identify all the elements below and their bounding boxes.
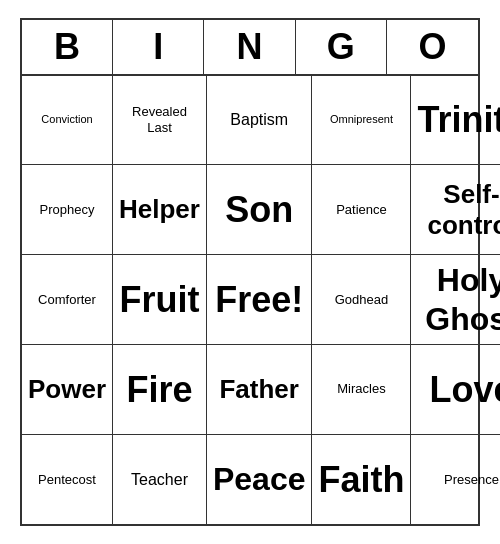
bingo-cell-15: Power: [22, 345, 113, 435]
bingo-cell-22: Peace: [207, 435, 313, 525]
bingo-cell-4: Trinity: [411, 76, 500, 166]
header-letter-o: O: [387, 20, 478, 74]
bingo-grid: ConvictionRevealed LastBaptismOmnipresen…: [22, 76, 478, 525]
bingo-cell-2: Baptism: [207, 76, 313, 166]
bingo-cell-7: Son: [207, 165, 313, 255]
bingo-cell-10: Comforter: [22, 255, 113, 345]
bingo-cell-5: Prophecy: [22, 165, 113, 255]
header-letter-b: B: [22, 20, 113, 74]
bingo-cell-0: Conviction: [22, 76, 113, 166]
bingo-cell-6: Helper: [113, 165, 207, 255]
bingo-cell-1: Revealed Last: [113, 76, 207, 166]
bingo-card: BINGO ConvictionRevealed LastBaptismOmni…: [20, 18, 480, 527]
bingo-cell-19: Love: [411, 345, 500, 435]
bingo-cell-17: Father: [207, 345, 313, 435]
bingo-cell-14: Holy Ghost: [411, 255, 500, 345]
header-letter-i: I: [113, 20, 204, 74]
bingo-cell-23: Faith: [312, 435, 411, 525]
bingo-cell-8: Patience: [312, 165, 411, 255]
bingo-cell-16: Fire: [113, 345, 207, 435]
header-letter-n: N: [204, 20, 295, 74]
bingo-cell-3: Omnipresent: [312, 76, 411, 166]
bingo-cell-18: Miracles: [312, 345, 411, 435]
header-letter-g: G: [296, 20, 387, 74]
bingo-cell-11: Fruit: [113, 255, 207, 345]
bingo-cell-24: Presence: [411, 435, 500, 525]
bingo-cell-12: Free!: [207, 255, 313, 345]
bingo-cell-20: Pentecost: [22, 435, 113, 525]
bingo-cell-13: Godhead: [312, 255, 411, 345]
bingo-header: BINGO: [22, 20, 478, 76]
bingo-cell-9: Self-control: [411, 165, 500, 255]
bingo-cell-21: Teacher: [113, 435, 207, 525]
